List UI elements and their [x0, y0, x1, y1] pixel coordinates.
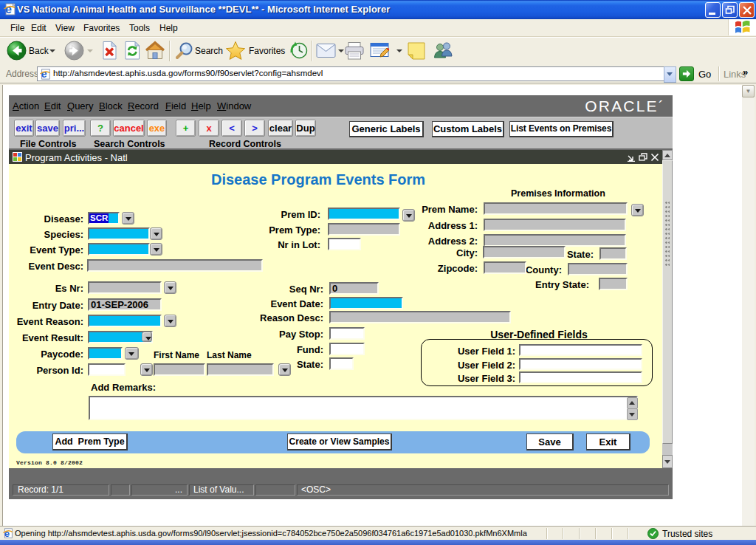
svg-text:e: e [41, 69, 47, 80]
svg-text:e: e [5, 3, 12, 16]
svg-text:e: e [4, 528, 10, 538]
